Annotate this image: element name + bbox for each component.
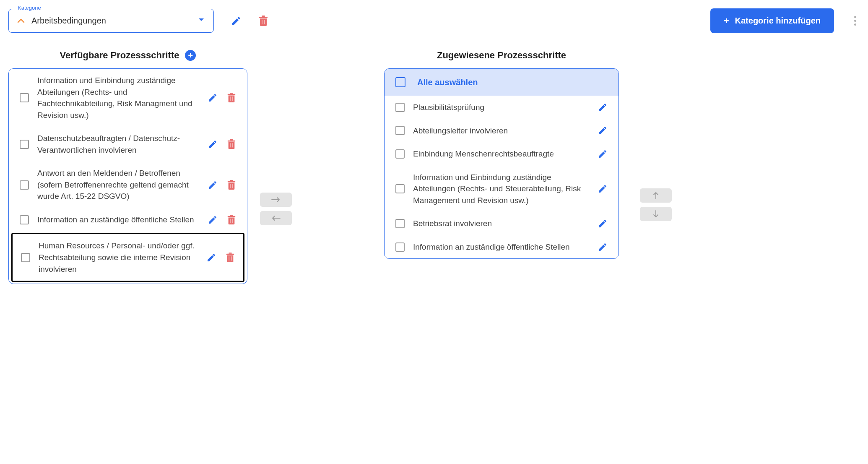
delete-item-button[interactable] (227, 92, 236, 103)
transfer-controls (260, 193, 292, 225)
assigned-header: Zugewiesene Prozessschritte (384, 50, 619, 61)
select-all-checkbox[interactable] (395, 77, 405, 87)
svg-rect-5 (230, 93, 233, 94)
add-category-button[interactable]: + Kategorie hinzufügen (710, 8, 834, 33)
edit-item-button[interactable] (206, 253, 216, 263)
svg-rect-10 (230, 143, 231, 147)
item-checkbox[interactable] (395, 184, 405, 193)
assigned-item: Information an zuständige öffentliche St… (385, 235, 619, 259)
edit-category-button[interactable] (231, 16, 242, 26)
move-left-button[interactable] (260, 211, 292, 225)
caret-down-icon (198, 18, 205, 24)
svg-rect-17 (230, 215, 233, 216)
select-all-row[interactable]: Alle auswählen (385, 69, 619, 96)
item-checkbox[interactable] (21, 253, 30, 262)
available-panel: Information und Einbindung zuständige Ab… (8, 68, 247, 284)
svg-rect-19 (232, 219, 233, 223)
svg-rect-9 (230, 139, 233, 141)
edit-item-button[interactable] (598, 102, 608, 112)
item-label: Information und Einbindung zuständige Ab… (37, 75, 199, 121)
delete-item-button[interactable] (226, 252, 235, 263)
move-down-button[interactable] (640, 207, 672, 221)
plus-icon: + (724, 16, 729, 26)
svg-rect-2 (262, 20, 262, 24)
edit-item-button[interactable] (598, 125, 608, 136)
item-actions (598, 149, 608, 159)
add-process-step-button[interactable]: + (185, 50, 196, 61)
item-label: Abteilungsleiter involvieren (413, 125, 589, 137)
available-item: Information an zuständige öffentliche St… (9, 208, 247, 232)
item-label: Human Resources / Personal- und/oder ggf… (39, 240, 198, 275)
available-item: Antwort an den Meldenden / Betroffenen (… (9, 162, 247, 208)
edit-item-button[interactable] (208, 215, 218, 225)
assigned-panel: Alle auswählen PlausibilitätsprüfungAbte… (384, 68, 619, 259)
item-checkbox[interactable] (20, 180, 29, 190)
assigned-item: Einbindung Menschenrechtsbeauftragte (385, 142, 619, 166)
svg-rect-0 (259, 17, 268, 18)
move-right-button[interactable] (260, 193, 292, 207)
assigned-item: Information und Einbindung zuständige Ab… (385, 166, 619, 212)
item-checkbox[interactable] (395, 103, 405, 112)
chevron-up-icon (17, 17, 25, 25)
svg-rect-23 (231, 256, 232, 261)
item-actions (598, 125, 608, 136)
item-label: Information und Einbindung zuständige Ab… (413, 172, 589, 206)
available-item: Information und Einbindung zuständige Ab… (9, 69, 247, 127)
svg-rect-21 (229, 253, 231, 254)
edit-item-button[interactable] (598, 149, 608, 159)
svg-rect-13 (230, 180, 233, 181)
delete-item-button[interactable] (227, 214, 236, 225)
svg-rect-3 (264, 20, 265, 24)
item-checkbox[interactable] (395, 126, 405, 135)
category-field-wrapper: Kategorie Arbeitsbedingungen (8, 9, 214, 33)
edit-item-button[interactable] (598, 219, 608, 229)
item-checkbox[interactable] (20, 140, 29, 149)
svg-rect-12 (228, 181, 235, 182)
assigned-item: Betriebsrat involvieren (385, 212, 619, 235)
svg-rect-6 (230, 96, 231, 101)
move-up-button[interactable] (640, 188, 672, 203)
item-checkbox[interactable] (395, 149, 405, 159)
category-legend: Kategorie (15, 5, 44, 11)
item-actions (206, 252, 235, 263)
assigned-item: Plausibilitätsprüfung (385, 96, 619, 119)
top-toolbar: Kategorie Arbeitsbedingungen + Kategorie… (8, 8, 860, 33)
svg-rect-22 (229, 256, 229, 261)
category-value: Arbeitsbedingungen (31, 16, 192, 26)
item-label: Einbindung Menschenrechtsbeauftragte (413, 148, 589, 160)
svg-rect-8 (228, 141, 235, 142)
item-actions (598, 102, 608, 112)
assigned-title: Zugewiesene Prozessschritte (437, 50, 566, 61)
add-category-label: Kategorie hinzufügen (735, 16, 821, 26)
item-actions (598, 242, 608, 252)
delete-item-button[interactable] (227, 180, 236, 190)
edit-item-button[interactable] (598, 242, 608, 252)
more-options-button[interactable] (851, 13, 860, 29)
category-dropdown[interactable]: Arbeitsbedingungen (8, 9, 214, 33)
item-checkbox[interactable] (20, 93, 29, 102)
assigned-item: Abteilungsleiter involvieren (385, 119, 619, 143)
item-checkbox[interactable] (20, 215, 29, 224)
available-item: Datenschutzbeauftragten / Datenschutz-Ve… (9, 127, 247, 162)
edit-item-button[interactable] (598, 184, 608, 194)
edit-item-button[interactable] (208, 139, 218, 149)
edit-item-button[interactable] (208, 93, 218, 103)
available-title: Verfügbare Prozessschritte (60, 50, 179, 61)
svg-rect-15 (232, 184, 233, 188)
delete-category-button[interactable] (258, 15, 268, 27)
item-actions (598, 219, 608, 229)
edit-item-button[interactable] (208, 180, 218, 190)
svg-rect-16 (228, 216, 235, 217)
item-actions (208, 214, 236, 225)
item-label: Information an zuständige öffentliche St… (37, 214, 199, 226)
svg-rect-4 (228, 94, 235, 95)
assigned-column: Zugewiesene Prozessschritte Alle auswähl… (384, 50, 619, 259)
select-all-label: Alle auswählen (417, 78, 478, 87)
available-column: Verfügbare Prozessschritte + Information… (8, 50, 247, 284)
item-checkbox[interactable] (395, 219, 405, 228)
item-label: Betriebsrat involvieren (413, 218, 589, 229)
svg-rect-20 (226, 254, 234, 255)
delete-item-button[interactable] (227, 139, 236, 150)
item-checkbox[interactable] (395, 242, 405, 252)
item-actions (208, 180, 236, 190)
